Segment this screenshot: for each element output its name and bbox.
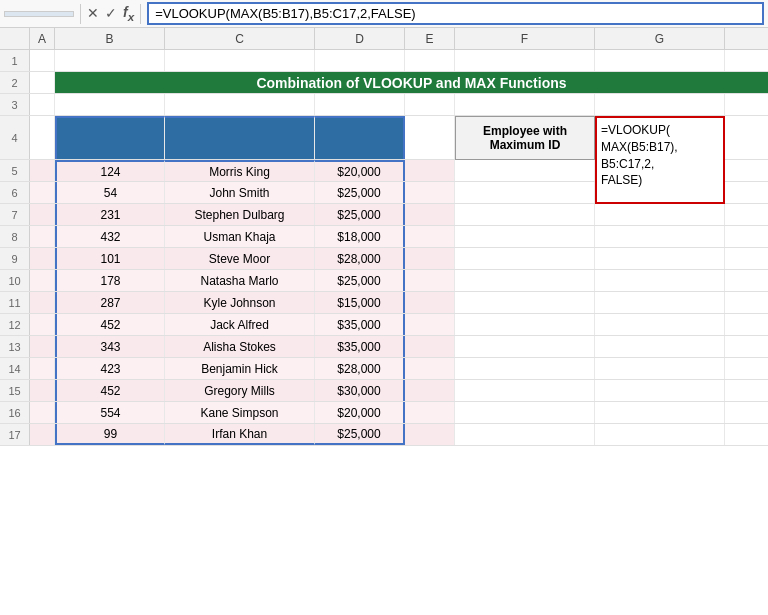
cell-b1[interactable] bbox=[55, 50, 165, 71]
cell-a7[interactable] bbox=[30, 204, 55, 225]
cell-d1[interactable] bbox=[315, 50, 405, 71]
cell-e13[interactable] bbox=[405, 336, 455, 357]
col-header-g[interactable]: G bbox=[595, 28, 725, 50]
cell-d16[interactable]: $20,000 bbox=[315, 402, 405, 423]
cell-d6[interactable]: $25,000 bbox=[315, 182, 405, 203]
cell-d14[interactable]: $28,000 bbox=[315, 358, 405, 379]
cell-a2[interactable] bbox=[30, 72, 55, 93]
cell-c17[interactable]: Irfan Khan bbox=[165, 424, 315, 445]
cell-b3[interactable] bbox=[55, 94, 165, 115]
cell-g15[interactable] bbox=[595, 380, 725, 401]
cell-g7[interactable] bbox=[595, 204, 725, 225]
cell-f16[interactable] bbox=[455, 402, 595, 423]
cell-g17[interactable] bbox=[595, 424, 725, 445]
cell-a12[interactable] bbox=[30, 314, 55, 335]
confirm-icon[interactable]: ✓ bbox=[105, 5, 117, 21]
cell-f17[interactable] bbox=[455, 424, 595, 445]
cell-c9[interactable]: Steve Moor bbox=[165, 248, 315, 269]
cell-c10[interactable]: Natasha Marlo bbox=[165, 270, 315, 291]
cell-f9[interactable] bbox=[455, 248, 595, 269]
cell-e15[interactable] bbox=[405, 380, 455, 401]
cell-f12[interactable] bbox=[455, 314, 595, 335]
cell-e1[interactable] bbox=[405, 50, 455, 71]
cell-f6[interactable] bbox=[455, 182, 595, 203]
cell-a1[interactable] bbox=[30, 50, 55, 71]
cell-f11[interactable] bbox=[455, 292, 595, 313]
cell-d13[interactable]: $35,000 bbox=[315, 336, 405, 357]
cell-a3[interactable] bbox=[30, 94, 55, 115]
cell-f1[interactable] bbox=[455, 50, 595, 71]
cell-a17[interactable] bbox=[30, 424, 55, 445]
cell-f7[interactable] bbox=[455, 204, 595, 225]
cell-g16[interactable] bbox=[595, 402, 725, 423]
cell-g12[interactable] bbox=[595, 314, 725, 335]
cell-c6[interactable]: John Smith bbox=[165, 182, 315, 203]
cell-g14[interactable] bbox=[595, 358, 725, 379]
cell-e4[interactable] bbox=[405, 116, 455, 159]
cell-g10[interactable] bbox=[595, 270, 725, 291]
cell-e12[interactable] bbox=[405, 314, 455, 335]
cell-e17[interactable] bbox=[405, 424, 455, 445]
cell-b15[interactable]: 452 bbox=[55, 380, 165, 401]
cell-d11[interactable]: $15,000 bbox=[315, 292, 405, 313]
cell-d3[interactable] bbox=[315, 94, 405, 115]
col-header-e[interactable]: E bbox=[405, 28, 455, 50]
cell-a10[interactable] bbox=[30, 270, 55, 291]
cell-e6[interactable] bbox=[405, 182, 455, 203]
cell-a4[interactable] bbox=[30, 116, 55, 159]
cell-e16[interactable] bbox=[405, 402, 455, 423]
cell-g9[interactable] bbox=[595, 248, 725, 269]
cell-a6[interactable] bbox=[30, 182, 55, 203]
cell-a5[interactable] bbox=[30, 160, 55, 181]
cell-g8[interactable] bbox=[595, 226, 725, 247]
cancel-icon[interactable]: ✕ bbox=[87, 5, 99, 21]
cell-b5[interactable]: 124 bbox=[55, 160, 165, 181]
col-header-d[interactable]: D bbox=[315, 28, 405, 50]
cell-c5[interactable]: Morris King bbox=[165, 160, 315, 181]
cell-b11[interactable]: 287 bbox=[55, 292, 165, 313]
cell-b6[interactable]: 54 bbox=[55, 182, 165, 203]
cell-f5[interactable] bbox=[455, 160, 595, 181]
cell-c14[interactable]: Benjamin Hick bbox=[165, 358, 315, 379]
cell-b7[interactable]: 231 bbox=[55, 204, 165, 225]
name-box[interactable] bbox=[4, 11, 74, 17]
cell-f14[interactable] bbox=[455, 358, 595, 379]
cell-d12[interactable]: $35,000 bbox=[315, 314, 405, 335]
cell-d9[interactable]: $28,000 bbox=[315, 248, 405, 269]
cell-a16[interactable] bbox=[30, 402, 55, 423]
cell-c13[interactable]: Alisha Stokes bbox=[165, 336, 315, 357]
cell-d7[interactable]: $25,000 bbox=[315, 204, 405, 225]
cell-a15[interactable] bbox=[30, 380, 55, 401]
cell-e7[interactable] bbox=[405, 204, 455, 225]
cell-c16[interactable]: Kane Simpson bbox=[165, 402, 315, 423]
col-header-b[interactable]: B bbox=[55, 28, 165, 50]
cell-e8[interactable] bbox=[405, 226, 455, 247]
cell-c7[interactable]: Stephen Dulbarg bbox=[165, 204, 315, 225]
cell-d17[interactable]: $25,000 bbox=[315, 424, 405, 445]
cell-b13[interactable]: 343 bbox=[55, 336, 165, 357]
cell-b17[interactable]: 99 bbox=[55, 424, 165, 445]
col-header-a[interactable]: A bbox=[30, 28, 55, 50]
cell-c8[interactable]: Usman Khaja bbox=[165, 226, 315, 247]
cell-f10[interactable] bbox=[455, 270, 595, 291]
cell-a9[interactable] bbox=[30, 248, 55, 269]
cell-f15[interactable] bbox=[455, 380, 595, 401]
cell-c15[interactable]: Gregory Mills bbox=[165, 380, 315, 401]
cell-a13[interactable] bbox=[30, 336, 55, 357]
cell-e11[interactable] bbox=[405, 292, 455, 313]
cell-e14[interactable] bbox=[405, 358, 455, 379]
cell-f13[interactable] bbox=[455, 336, 595, 357]
cell-c3[interactable] bbox=[165, 94, 315, 115]
col-header-f[interactable]: F bbox=[455, 28, 595, 50]
cell-d8[interactable]: $18,000 bbox=[315, 226, 405, 247]
cell-g13[interactable] bbox=[595, 336, 725, 357]
cell-c1[interactable] bbox=[165, 50, 315, 71]
cell-b9[interactable]: 101 bbox=[55, 248, 165, 269]
cell-a8[interactable] bbox=[30, 226, 55, 247]
cell-e3[interactable] bbox=[405, 94, 455, 115]
cell-c12[interactable]: Jack Alfred bbox=[165, 314, 315, 335]
cell-g3[interactable] bbox=[595, 94, 725, 115]
cell-d10[interactable]: $25,000 bbox=[315, 270, 405, 291]
cell-e9[interactable] bbox=[405, 248, 455, 269]
cell-c11[interactable]: Kyle Johnson bbox=[165, 292, 315, 313]
